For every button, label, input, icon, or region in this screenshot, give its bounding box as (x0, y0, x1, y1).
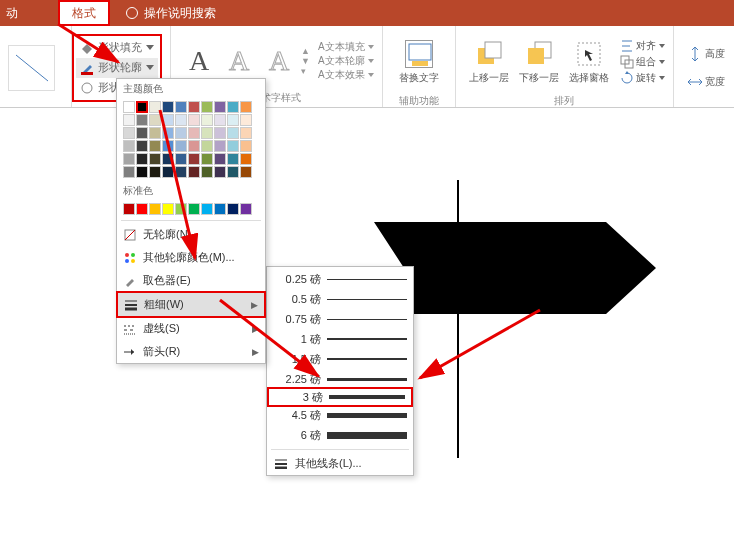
more-outline-colors-item[interactable]: 其他轮廓颜色(M)... (117, 246, 265, 269)
shape-fill-button[interactable]: 形状填充 (76, 38, 158, 58)
color-swatch[interactable] (162, 153, 174, 165)
color-swatch[interactable] (136, 166, 148, 178)
color-swatch[interactable] (162, 114, 174, 126)
color-swatch[interactable] (123, 101, 135, 113)
weight-option[interactable]: 1 磅 (267, 329, 413, 349)
color-swatch[interactable] (214, 114, 226, 126)
color-swatch[interactable] (162, 203, 174, 215)
color-swatch[interactable] (123, 203, 135, 215)
color-swatch[interactable] (201, 101, 213, 113)
dashes-item[interactable]: 虚线(S) ▶ (117, 317, 265, 340)
color-swatch[interactable] (123, 114, 135, 126)
color-swatch[interactable] (188, 203, 200, 215)
color-swatch[interactable] (240, 101, 252, 113)
text-outline-button[interactable]: A 文本轮廓 (318, 54, 374, 68)
color-swatch[interactable] (149, 203, 161, 215)
color-swatch[interactable] (214, 140, 226, 152)
canvas-arrow-shape[interactable] (374, 222, 664, 314)
color-swatch[interactable] (214, 153, 226, 165)
color-swatch[interactable] (227, 153, 239, 165)
weight-option[interactable]: 0.75 磅 (267, 309, 413, 329)
color-swatch[interactable] (188, 153, 200, 165)
color-swatch[interactable] (214, 166, 226, 178)
width-input[interactable]: 宽度 (688, 74, 725, 90)
color-swatch[interactable] (240, 114, 252, 126)
color-swatch[interactable] (123, 153, 135, 165)
weight-option[interactable]: 0.5 磅 (267, 289, 413, 309)
group-button[interactable]: 组合 (620, 54, 666, 70)
color-swatch[interactable] (240, 140, 252, 152)
color-swatch[interactable] (149, 166, 161, 178)
color-swatch[interactable] (175, 127, 187, 139)
color-swatch[interactable] (123, 166, 135, 178)
color-swatch[interactable] (162, 101, 174, 113)
color-swatch[interactable] (201, 153, 213, 165)
arrows-item[interactable]: 箭头(R) ▶ (117, 340, 265, 363)
color-swatch[interactable] (136, 140, 148, 152)
more-lines-item[interactable]: 其他线条(L)... (267, 452, 413, 475)
color-swatch[interactable] (227, 114, 239, 126)
color-swatch[interactable] (227, 203, 239, 215)
color-swatch[interactable] (123, 127, 135, 139)
weight-item[interactable]: 粗细(W) ▶ (116, 291, 266, 318)
color-swatch[interactable] (240, 166, 252, 178)
color-swatch[interactable] (227, 127, 239, 139)
weight-option[interactable]: 3 磅 (267, 387, 413, 407)
color-swatch[interactable] (240, 127, 252, 139)
color-swatch[interactable] (149, 114, 161, 126)
color-swatch[interactable] (175, 166, 187, 178)
color-swatch[interactable] (149, 140, 161, 152)
shape-outline-button[interactable]: 形状轮廓 (76, 58, 158, 78)
bring-forward-button[interactable]: 上移一层 (464, 30, 514, 94)
color-swatch[interactable] (175, 153, 187, 165)
color-swatch[interactable] (214, 127, 226, 139)
color-swatch[interactable] (201, 140, 213, 152)
color-swatch[interactable] (227, 166, 239, 178)
tell-me-search[interactable]: 操作说明搜索 (126, 5, 216, 22)
color-swatch[interactable] (201, 166, 213, 178)
color-swatch[interactable] (162, 127, 174, 139)
color-swatch[interactable] (149, 101, 161, 113)
color-swatch[interactable] (240, 153, 252, 165)
align-button[interactable]: 对齐 (620, 38, 666, 54)
color-swatch[interactable] (214, 101, 226, 113)
color-swatch[interactable] (162, 166, 174, 178)
color-swatch[interactable] (227, 140, 239, 152)
color-swatch[interactable] (162, 140, 174, 152)
color-swatch[interactable] (201, 127, 213, 139)
color-swatch[interactable] (136, 114, 148, 126)
color-swatch[interactable] (201, 114, 213, 126)
alt-text-button[interactable]: 替换文字 (391, 30, 447, 94)
rotate-button[interactable]: 旋转 (620, 70, 666, 86)
text-effects-button[interactable]: A 文本效果 (318, 68, 374, 82)
canvas-vertical-line[interactable] (457, 180, 459, 458)
color-swatch[interactable] (175, 140, 187, 152)
color-swatch[interactable] (149, 153, 161, 165)
text-fill-button[interactable]: A 文本填充 (318, 40, 374, 54)
color-swatch[interactable] (136, 153, 148, 165)
color-swatch[interactable] (227, 101, 239, 113)
send-backward-button[interactable]: 下移一层 (514, 30, 564, 94)
color-swatch[interactable] (136, 127, 148, 139)
height-input[interactable]: 高度 (688, 46, 725, 62)
color-swatch[interactable] (136, 203, 148, 215)
color-swatch[interactable] (240, 203, 252, 215)
wordart-style-2[interactable]: A (219, 38, 259, 84)
weight-option[interactable]: 0.25 磅 (267, 269, 413, 289)
color-swatch[interactable] (188, 140, 200, 152)
color-swatch[interactable] (214, 203, 226, 215)
color-swatch[interactable] (136, 101, 148, 113)
wordart-style-3[interactable]: A (259, 38, 299, 84)
color-swatch[interactable] (188, 166, 200, 178)
no-outline-item[interactable]: 无轮廓(N) (117, 223, 265, 246)
color-swatch[interactable] (188, 101, 200, 113)
color-swatch[interactable] (149, 127, 161, 139)
color-swatch[interactable] (188, 127, 200, 139)
weight-option[interactable]: 4.5 磅 (267, 405, 413, 425)
color-swatch[interactable] (175, 101, 187, 113)
color-swatch[interactable] (175, 203, 187, 215)
weight-option[interactable]: 1.5 磅 (267, 349, 413, 369)
color-swatch[interactable] (123, 140, 135, 152)
color-swatch[interactable] (188, 114, 200, 126)
color-swatch[interactable] (175, 114, 187, 126)
